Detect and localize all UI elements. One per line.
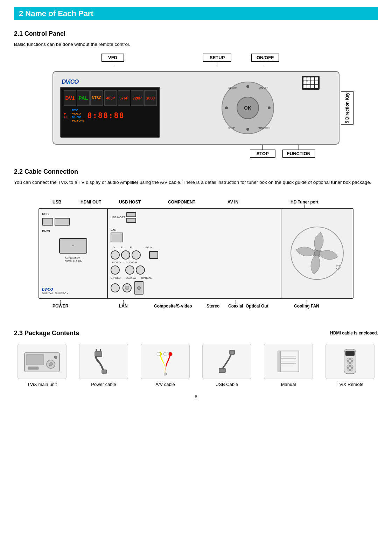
- back-panel: USB HDMI ∞ AC 90-250V~50/60Hz,1.0A DViCO…: [38, 208, 354, 299]
- label-optical-out: Optical Out: [246, 304, 268, 309]
- package-label-manual: Manual: [281, 382, 296, 387]
- page-number: 8: [14, 394, 378, 399]
- svg-rect-19: [219, 368, 225, 373]
- subsection-title-control: 2.1 Control Panel: [14, 30, 378, 37]
- label-component: COMPONENT: [168, 200, 195, 205]
- control-panel-intro: Basic functions can be done without the …: [14, 41, 378, 48]
- grid-icon: [302, 76, 320, 90]
- svg-rect-20: [230, 350, 234, 354]
- panel-left: USB HDMI ∞ AC 90-250V~50/60Hz,1.0A DViCO…: [39, 209, 108, 298]
- package-item-manual: Manual: [260, 344, 316, 387]
- label-lan: LAN: [119, 304, 128, 309]
- package-label-tvix: TViX main unit: [27, 382, 57, 387]
- svg-rect-28: [278, 351, 281, 372]
- power-cable-image: [79, 344, 128, 379]
- svg-point-9: [54, 356, 57, 359]
- svg-point-31: [347, 358, 350, 361]
- package-item-av-cable: A/V cable: [137, 344, 193, 387]
- panel-mid: USB HOST LAN YPbPrAV-IN: [108, 209, 281, 298]
- package-items-list: TViX main unit Power cable: [14, 344, 378, 387]
- label-usb: USB: [52, 200, 61, 205]
- package-item-power-cable: Power cable: [76, 344, 132, 387]
- svg-point-33: [347, 361, 350, 364]
- svg-rect-13: [102, 370, 107, 373]
- subsection-title-cable: 2.2 Cable Connection: [14, 168, 378, 175]
- package-label-usb-cable: USB Cable: [216, 382, 238, 387]
- direction-key-label: 5 Direction Key: [341, 91, 354, 125]
- onoff-label: ON/OFF: [251, 54, 279, 62]
- svg-point-14: [164, 373, 167, 375]
- manual-image: [264, 344, 313, 379]
- package-item-remote: TViX Remote: [322, 344, 378, 387]
- setup-label: SETUP: [203, 54, 231, 62]
- remote-image: [326, 344, 374, 379]
- svg-point-34: [350, 361, 353, 364]
- package-label-power-cable: Power cable: [91, 382, 116, 387]
- cooling-fan-svg: [289, 225, 345, 281]
- label-power: POWER: [52, 304, 68, 309]
- function-label: FUNCTION: [282, 150, 315, 158]
- svg-point-2: [314, 250, 320, 256]
- svg-point-32: [350, 358, 353, 361]
- av-cable-image: [141, 344, 190, 379]
- label-av-in: AV IN: [227, 200, 238, 205]
- svg-point-18: [157, 352, 160, 356]
- label-composite: Composite/S-video: [154, 304, 192, 309]
- cable-intro: You can connect the TViX to a TV display…: [14, 179, 378, 186]
- cable-connection-diagram: USB HDMI OUT USB HOST COMPONENT AV IN: [38, 192, 354, 319]
- hdmi-note: HDMI cable is enclosed.: [330, 331, 378, 336]
- tvix-unit-image: [18, 344, 66, 379]
- svg-point-37: [347, 368, 350, 371]
- usb-cable-image: [202, 344, 251, 379]
- label-cooling-fan: Cooling FAN: [294, 304, 319, 309]
- svg-point-38: [350, 368, 353, 371]
- subsection-title-package: 2.3 Package Contents: [14, 330, 79, 337]
- time-display: 8:88:88: [87, 111, 125, 120]
- ok-button[interactable]: OK: [237, 97, 259, 119]
- svg-point-35: [347, 365, 350, 368]
- svg-rect-30: [345, 351, 355, 356]
- vfd-label: VFD: [102, 54, 124, 62]
- control-panel-diagram: VFD SETUP ON/OFF DVi: [52, 54, 340, 158]
- package-label-av-cable: A/V cable: [155, 382, 175, 387]
- stop-label: STOP: [250, 150, 275, 158]
- svg-rect-22: [279, 352, 298, 371]
- panel-right: [281, 209, 353, 298]
- package-item-usb-cable: USB Cable: [199, 344, 255, 387]
- svg-point-16: [163, 352, 167, 356]
- svg-point-7: [49, 362, 52, 366]
- dvico-logo: DViCO: [62, 78, 160, 85]
- ok-button-cluster[interactable]: SETUP ON/OFF STOP FUNCTION OK: [222, 82, 274, 134]
- svg-rect-10: [95, 352, 102, 357]
- subsection-cable-connection: 2.2 Cable Connection You can connect the…: [14, 168, 378, 319]
- label-stereo: Stereo: [206, 304, 219, 309]
- label-hdmi-out: HDMI OUT: [80, 200, 101, 205]
- subsection-control-panel: 2.1 Control Panel Basic functions can be…: [14, 30, 378, 158]
- svg-point-15: [169, 352, 172, 356]
- svg-rect-8: [28, 367, 38, 369]
- label-coaxial: Coaxial: [228, 304, 243, 309]
- svg-point-36: [350, 365, 353, 368]
- vfd-display: DV1 PAL NTSC 480P 576P 720P 1080: [60, 87, 160, 138]
- package-item-tvix: TViX main unit: [14, 344, 70, 387]
- label-hd-tuner: HD Tuner port: [290, 200, 318, 205]
- label-usb-host: USB HOST: [119, 200, 141, 205]
- subsection-package-contents: 2.3 Package Contents HDMI cable is enclo…: [14, 326, 378, 387]
- control-panel-box: DViCO DV1 PAL NTSC 480P 576P 720P: [52, 71, 340, 145]
- package-label-remote: TViX Remote: [336, 382, 363, 387]
- svg-rect-5: [26, 354, 44, 365]
- section-title: 2 Name of Each Part: [14, 7, 378, 20]
